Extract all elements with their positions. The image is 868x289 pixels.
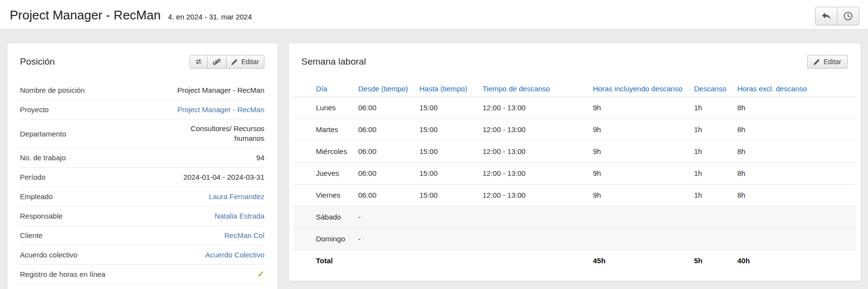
- cell-hours-excl: 8h: [733, 141, 856, 163]
- cell-break-range: 12:00 - 13:00: [479, 163, 589, 185]
- field-value: 2024-01-04 - 2024-03-31: [183, 172, 264, 182]
- history-button[interactable]: [837, 7, 859, 25]
- workweek-row-domingo: Domingo -: [294, 228, 856, 250]
- cell-to: 15:00: [416, 141, 479, 163]
- workweek-panel-buttons: Editar: [807, 55, 848, 68]
- field-value: 94: [256, 153, 264, 163]
- field-label: Responsable: [20, 211, 63, 221]
- page-title: Project Manager - RecMan: [10, 8, 161, 22]
- total-break: 5h: [690, 250, 733, 272]
- field-value: Project Manager - RecMan: [177, 85, 264, 95]
- field-row-registro: Registro de horas en línea ✓: [20, 265, 264, 284]
- cell-to: 15:00: [416, 163, 479, 185]
- col-header-horas-excl[interactable]: Horas excl. descanso: [733, 81, 856, 97]
- total-label: Total: [294, 250, 354, 272]
- cell-to: 15:00: [416, 119, 479, 141]
- repeat-icon: [195, 59, 202, 65]
- cell-break-range: [479, 228, 589, 250]
- cell-break-range: 12:00 - 13:00: [479, 119, 589, 141]
- workweek-edit-button[interactable]: Editar: [807, 55, 848, 68]
- cell-hours-excl: 8h: [733, 163, 856, 185]
- cell-to: 15:00: [416, 185, 479, 206]
- cell-from: -: [354, 228, 416, 250]
- cell-hours-incl: [589, 228, 690, 250]
- top-bar: Project Manager - RecMan 4. en 2024 - 31…: [0, 0, 868, 30]
- position-fields: Nombre de posición Project Manager - Rec…: [7, 71, 278, 289]
- cell-day: Sábado: [294, 206, 354, 228]
- cell-from: 06:00: [354, 97, 416, 119]
- col-header-tiempo-descanso[interactable]: Tiempo de descanso: [479, 81, 589, 97]
- cell-hours-incl: 9h: [589, 141, 690, 163]
- cell-from: 06:00: [354, 163, 416, 185]
- col-header-hasta[interactable]: Hasta (tiempo): [416, 81, 479, 97]
- responsible-link[interactable]: Natalia Estrada: [214, 211, 264, 221]
- cell-break-range: 12:00 - 13:00: [479, 185, 589, 206]
- workweek-row-lunes: Lunes 06:00 15:00 12:00 - 13:00 9h 1h 8h: [294, 97, 856, 119]
- field-row-cliente: Cliente RecMan Col: [20, 226, 264, 245]
- field-label: Nombre de posición: [20, 85, 85, 95]
- field-label: Período: [20, 172, 46, 182]
- cell-to: 15:00: [416, 97, 479, 119]
- workweek-row-sabado: Sábado -: [294, 206, 856, 228]
- employee-link[interactable]: Laura Fernandez: [209, 191, 264, 202]
- cell-hours-excl: 8h: [733, 97, 856, 119]
- workweek-row-viernes: Viernes 06:00 15:00 12:00 - 13:00 9h 1h …: [294, 185, 856, 206]
- field-label: Proyecto: [20, 104, 49, 115]
- col-header-desde[interactable]: Desde (tiempo): [354, 81, 416, 97]
- field-label: Cliente: [20, 230, 43, 240]
- cell-from: 06:00: [354, 119, 416, 141]
- back-button[interactable]: [815, 7, 837, 25]
- total-empty: [354, 250, 416, 272]
- field-label: Registro de horas en línea: [20, 269, 105, 279]
- position-edit-label: Editar: [241, 58, 259, 66]
- field-row-trabajo: No. de trabajo 94: [20, 148, 264, 168]
- field-label: No. de trabajo: [20, 153, 66, 163]
- workweek-table: Día Desde (tiempo) Hasta (tiempo) Tiempo…: [294, 81, 856, 272]
- field-label: Departamento: [20, 129, 66, 139]
- cell-break: 1h: [690, 163, 733, 185]
- col-header-descanso[interactable]: Descanso: [690, 81, 733, 97]
- cell-hours-incl: 9h: [589, 185, 690, 206]
- pencil-icon: [231, 59, 238, 65]
- repeat-button[interactable]: [190, 55, 208, 68]
- cell-break-range: 12:00 - 13:00: [479, 97, 589, 119]
- cell-day: Lunes: [294, 97, 354, 119]
- workweek-total-row: Total 45h 5h 40h: [294, 250, 856, 272]
- cell-to: [416, 206, 479, 228]
- position-edit-button[interactable]: Editar: [226, 55, 264, 68]
- position-panel-buttons: Editar: [190, 55, 264, 68]
- cell-break: [690, 206, 733, 228]
- cell-break: 1h: [690, 119, 733, 141]
- cell-break-range: 12:00 - 13:00: [479, 141, 589, 163]
- cell-hours-excl: [733, 228, 856, 250]
- workweek-panel: Semana laboral Editar Día Desde (tiempo)…: [288, 43, 861, 281]
- top-actions: [815, 7, 859, 25]
- col-header-dia[interactable]: Día: [294, 81, 354, 97]
- total-empty: [416, 250, 479, 272]
- field-label: Acuerdo colectivo: [20, 250, 77, 260]
- cell-break: [690, 228, 733, 250]
- field-row-empleado: Empleado Laura Fernandez: [20, 187, 264, 206]
- position-panel: Posición: [7, 43, 278, 289]
- cell-break: 1h: [690, 141, 733, 163]
- project-link[interactable]: Project Manager - RecMan: [177, 104, 264, 115]
- cell-day: Jueves: [294, 163, 354, 185]
- unlink-button[interactable]: [207, 55, 226, 68]
- cell-hours-excl: [733, 206, 856, 228]
- cell-hours-excl: 8h: [733, 185, 856, 206]
- client-link[interactable]: RecMan Col: [224, 230, 264, 240]
- workweek-header-row: Día Desde (tiempo) Hasta (tiempo) Tiempo…: [294, 81, 856, 97]
- workweek-row-martes: Martes 06:00 15:00 12:00 - 13:00 9h 1h 8…: [294, 119, 856, 141]
- cell-day: Miércoles: [294, 141, 354, 163]
- cell-break: 1h: [690, 97, 733, 119]
- cell-day: Martes: [294, 119, 354, 141]
- agreement-link[interactable]: Acuerdo Colectivo: [205, 250, 264, 260]
- workweek-row-jueves: Jueves 06:00 15:00 12:00 - 13:00 9h 1h 8…: [294, 163, 856, 185]
- field-row-proyecto: Proyecto Project Manager - RecMan: [20, 100, 264, 119]
- col-header-horas-incl[interactable]: Horas incluyendo descanso: [589, 81, 690, 97]
- position-panel-header: Posición: [7, 43, 278, 71]
- cell-hours-excl: 8h: [733, 119, 856, 141]
- workweek-panel-title: Semana laboral: [301, 56, 366, 67]
- field-row-salario: Tipo de salario Salario por hora: [20, 284, 264, 289]
- cell-hours-incl: 9h: [589, 97, 690, 119]
